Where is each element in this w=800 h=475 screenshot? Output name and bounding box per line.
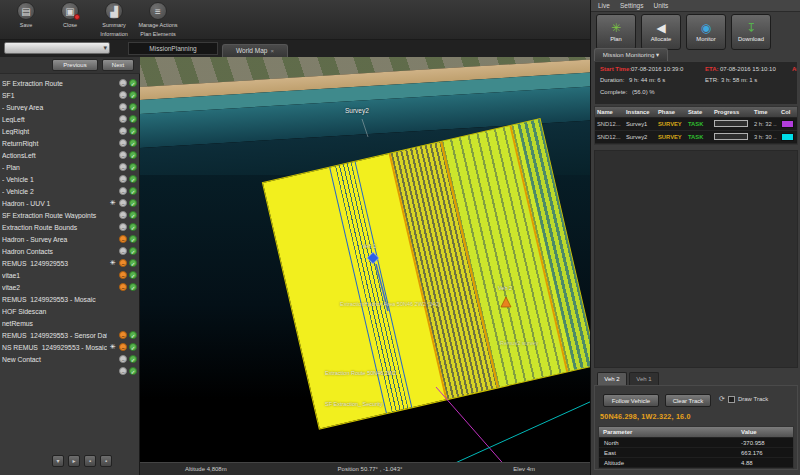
visibility-check-icon[interactable]: ✓ [129, 91, 137, 99]
visibility-check-icon[interactable]: ✓ [129, 79, 137, 87]
tree-item[interactable]: Hadron - UUV 1 ✳ − ✓ [0, 197, 140, 209]
sidebar-tool-button-3[interactable]: ▪ [84, 455, 96, 467]
tree-item[interactable]: REMUS_1249929553 - Mosaic ✳ − ✓ [0, 293, 140, 305]
toolbar-button[interactable]: ▣ Close [48, 2, 92, 39]
status-dot-icon[interactable]: − [119, 199, 127, 207]
tree-item[interactable]: - Vehicle 2 ✳ − ✓ [0, 185, 140, 197]
phase-button[interactable]: ◀ Allocate [641, 14, 681, 50]
status-dot-icon[interactable]: − [119, 283, 127, 291]
status-dot-icon[interactable]: − [119, 91, 127, 99]
close-icon[interactable]: × [270, 48, 274, 54]
status-dot-icon[interactable]: − [119, 103, 127, 111]
column-header[interactable]: Progress [712, 107, 752, 117]
vehicle2-marker[interactable] [501, 297, 511, 307]
tree-item[interactable]: - Plan ✳ − ✓ [0, 161, 140, 173]
visibility-check-icon[interactable]: ✓ [129, 223, 137, 231]
column-header[interactable]: Instance [624, 107, 656, 117]
status-dot-icon[interactable]: − [119, 235, 127, 243]
status-dot-icon[interactable]: − [119, 187, 127, 195]
tree-item[interactable]: New Contact ✳ − ✓ [0, 353, 140, 365]
toolbar-button[interactable]: ▤ Save [4, 2, 48, 39]
previous-button[interactable]: Previous [52, 59, 98, 71]
follow-vehicle-button[interactable]: Follow Vehicle [603, 394, 659, 407]
tree-item[interactable]: ActionsLeft ✳ − ✓ [0, 149, 140, 161]
visibility-check-icon[interactable]: ✓ [129, 211, 137, 219]
world-map-view[interactable]: Survey2 Veh 1 Veh 2 ExtractionHadron Are… [140, 57, 590, 462]
status-dot-icon[interactable]: − [119, 115, 127, 123]
visibility-check-icon[interactable]: ✓ [129, 127, 137, 135]
status-dot-icon[interactable]: − [119, 247, 127, 255]
tab-mission-monitoring[interactable]: Mission Monitoring ▾ [594, 48, 668, 61]
parameter-row[interactable]: East 663.176 [599, 448, 793, 458]
tree-item[interactable]: Hadron - Survey Area ✳ − ✓ [0, 233, 140, 245]
toolbar-button[interactable]: ≡ Manage Actions Plan Elements [136, 2, 180, 39]
visibility-check-icon[interactable]: ✓ [129, 247, 137, 255]
status-dot-icon[interactable]: − [119, 355, 127, 363]
menu-item[interactable]: Live [598, 2, 610, 9]
status-dot-icon[interactable]: − [119, 175, 127, 183]
parameter-row[interactable]: Altitude 4.88 [599, 458, 793, 468]
visibility-check-icon[interactable]: ✓ [129, 259, 137, 267]
status-dot-icon[interactable]: − [119, 127, 127, 135]
visibility-check-icon[interactable]: ✓ [129, 187, 137, 195]
tree-item[interactable]: LegRight ✳ − ✓ [0, 125, 140, 137]
tree-item[interactable]: - Vehicle 1 ✳ − ✓ [0, 173, 140, 185]
draw-track-checkbox[interactable] [728, 396, 735, 403]
visibility-check-icon[interactable]: ✓ [129, 367, 137, 375]
menu-item[interactable]: Settings [620, 2, 644, 9]
sidebar-tool-button-2[interactable]: ▸ [68, 455, 80, 467]
tree-item[interactable]: REMUS_1249929553 - Sensor Data ✳ − ✓ [0, 329, 140, 341]
tree-item[interactable]: HOF Sidescan ✳ − ✓ [0, 305, 140, 317]
visibility-check-icon[interactable]: ✓ [129, 139, 137, 147]
visibility-check-icon[interactable]: ✓ [129, 355, 137, 363]
tree-item[interactable]: ✳ − ✓ [0, 365, 140, 377]
phase-button[interactable]: ✳ Plan [596, 14, 636, 50]
status-dot-icon[interactable]: − [119, 343, 127, 351]
mode-combo-box[interactable]: ▾ [4, 42, 110, 54]
tab-world-map[interactable]: World Map× [222, 44, 288, 57]
status-dot-icon[interactable]: − [119, 271, 127, 279]
tree-item[interactable]: - Survey Area ✳ − ✓ [0, 101, 140, 113]
visibility-check-icon[interactable]: ✓ [129, 343, 137, 351]
status-dot-icon[interactable]: − [119, 211, 127, 219]
visibility-check-icon[interactable]: ✓ [129, 115, 137, 123]
status-dot-icon[interactable]: − [119, 151, 127, 159]
tree-item[interactable]: SF Extraction Route Waypoints ✳ − ✓ [0, 209, 140, 221]
status-dot-icon[interactable]: − [119, 367, 127, 375]
status-dot-icon[interactable]: − [119, 259, 127, 267]
column-header[interactable]: Phase [656, 107, 686, 117]
visibility-check-icon[interactable]: ✓ [129, 235, 137, 243]
visibility-check-icon[interactable]: ✓ [129, 163, 137, 171]
parameter-row[interactable]: North -370.958 [599, 438, 793, 448]
tree-item[interactable]: SF Extraction Route ✳ − ✓ [0, 77, 140, 89]
tree-item[interactable]: SF1 ✳ − ✓ [0, 89, 140, 101]
vehicle-tab[interactable]: Veh 2 [597, 372, 627, 385]
status-dot-icon[interactable]: − [119, 223, 127, 231]
sidebar-tool-button-4[interactable]: ▪ [100, 455, 112, 467]
visibility-check-icon[interactable]: ✓ [129, 151, 137, 159]
tree-item[interactable]: vitae1 ✳ − ✓ [0, 269, 140, 281]
status-dot-icon[interactable]: − [119, 163, 127, 171]
tree-item[interactable]: Hadron Contacts ✳ − ✓ [0, 245, 140, 257]
column-header[interactable]: Time [752, 107, 779, 117]
status-dot-icon[interactable]: − [119, 79, 127, 87]
column-header[interactable]: State [686, 107, 712, 117]
status-dot-icon[interactable]: − [119, 331, 127, 339]
next-button[interactable]: Next [102, 59, 134, 71]
column-header[interactable]: Col [779, 107, 797, 117]
tree-item[interactable]: LegLeft ✳ − ✓ [0, 113, 140, 125]
tree-item[interactable]: REMUS_1249929553 ✳ − ✓ [0, 257, 140, 269]
tree-item[interactable]: vitae2 ✳ − ✓ [0, 281, 140, 293]
clear-track-button[interactable]: Clear Track [665, 394, 711, 407]
vehicle1-marker[interactable] [367, 252, 378, 263]
phase-button[interactable]: ◉ Monitor [686, 14, 726, 50]
visibility-check-icon[interactable]: ✓ [129, 175, 137, 183]
column-header[interactable]: Name [595, 107, 624, 117]
visibility-check-icon[interactable]: ✓ [129, 199, 137, 207]
mission-planning-selector[interactable]: MissionPlanning [128, 42, 218, 55]
tree-item[interactable]: NS REMUS_1249929553 - Mosaic ✳ − ✓ [0, 341, 140, 353]
visibility-check-icon[interactable]: ✓ [129, 331, 137, 339]
visibility-check-icon[interactable]: ✓ [129, 103, 137, 111]
task-row[interactable]: SND12... Survey1 SURVEY TASK 2 h: 32 .. [595, 118, 797, 131]
menu-item[interactable]: Units [653, 2, 668, 9]
